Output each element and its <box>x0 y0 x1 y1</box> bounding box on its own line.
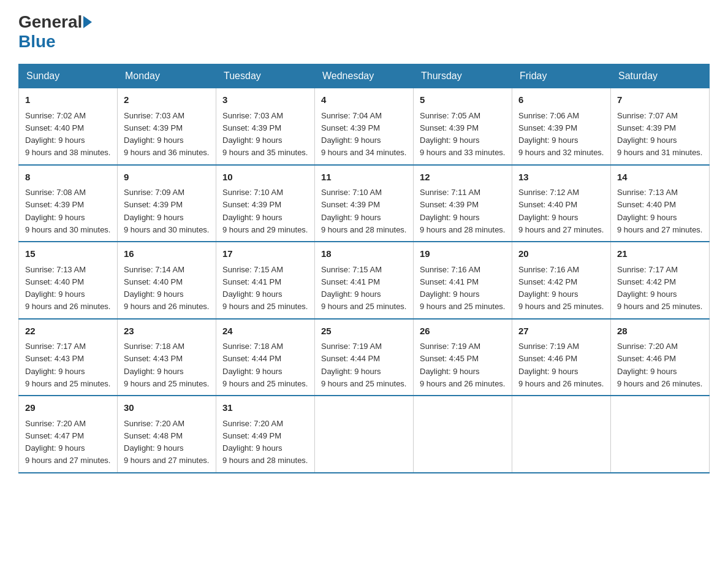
logo-arrow-icon <box>83 16 92 28</box>
day-info: Sunrise: 7:20 AMSunset: 4:47 PMDaylight:… <box>25 419 110 465</box>
calendar-cell: 21Sunrise: 7:17 AMSunset: 4:42 PMDayligh… <box>611 242 710 319</box>
day-info: Sunrise: 7:16 AMSunset: 4:42 PMDaylight:… <box>518 265 604 312</box>
calendar-cell: 9Sunrise: 7:09 AMSunset: 4:39 PMDaylight… <box>118 165 216 242</box>
weekday-header-row: SundayMondayTuesdayWednesdayThursdayFrid… <box>19 64 710 88</box>
day-number: 11 <box>321 170 407 185</box>
day-number: 16 <box>124 247 210 261</box>
calendar-cell: 14Sunrise: 7:13 AMSunset: 4:40 PMDayligh… <box>611 165 710 242</box>
calendar-cell: 12Sunrise: 7:11 AMSunset: 4:39 PMDayligh… <box>414 165 512 242</box>
day-number: 8 <box>25 170 111 185</box>
calendar-cell: 30Sunrise: 7:20 AMSunset: 4:48 PMDayligh… <box>118 396 216 473</box>
day-info: Sunrise: 7:17 AMSunset: 4:42 PMDaylight:… <box>617 265 702 312</box>
day-number: 3 <box>222 93 308 107</box>
day-number: 7 <box>617 93 703 107</box>
calendar-week-row: 15Sunrise: 7:13 AMSunset: 4:40 PMDayligh… <box>19 242 710 319</box>
day-info: Sunrise: 7:19 AMSunset: 4:46 PMDaylight:… <box>518 342 604 388</box>
day-number: 9 <box>124 170 210 185</box>
day-info: Sunrise: 7:19 AMSunset: 4:45 PMDaylight:… <box>420 342 505 388</box>
day-number: 19 <box>420 247 506 261</box>
day-info: Sunrise: 7:10 AMSunset: 4:39 PMDaylight:… <box>321 188 406 234</box>
calendar-cell: 7Sunrise: 7:07 AMSunset: 4:39 PMDaylight… <box>611 88 710 165</box>
calendar-cell: 28Sunrise: 7:20 AMSunset: 4:46 PMDayligh… <box>611 319 710 396</box>
day-info: Sunrise: 7:12 AMSunset: 4:40 PMDaylight:… <box>518 188 604 234</box>
day-info: Sunrise: 7:07 AMSunset: 4:39 PMDaylight:… <box>617 111 702 158</box>
day-info: Sunrise: 7:02 AMSunset: 4:40 PMDaylight:… <box>25 111 110 158</box>
page-header: General Blue <box>18 12 710 52</box>
day-info: Sunrise: 7:03 AMSunset: 4:39 PMDaylight:… <box>222 111 308 158</box>
calendar-table: SundayMondayTuesdayWednesdayThursdayFrid… <box>18 64 710 473</box>
day-number: 12 <box>420 170 506 185</box>
calendar-cell: 23Sunrise: 7:18 AMSunset: 4:43 PMDayligh… <box>118 319 216 396</box>
calendar-week-row: 29Sunrise: 7:20 AMSunset: 4:47 PMDayligh… <box>19 396 710 473</box>
day-info: Sunrise: 7:14 AMSunset: 4:40 PMDaylight:… <box>124 265 209 312</box>
day-info: Sunrise: 7:20 AMSunset: 4:49 PMDaylight:… <box>222 419 308 465</box>
day-info: Sunrise: 7:11 AMSunset: 4:39 PMDaylight:… <box>420 188 505 234</box>
day-number: 20 <box>518 247 604 261</box>
logo-general-text: General <box>18 12 82 32</box>
day-info: Sunrise: 7:05 AMSunset: 4:39 PMDaylight:… <box>420 111 505 158</box>
logo-blue-text: Blue <box>18 32 56 51</box>
day-number: 14 <box>617 170 703 185</box>
calendar-cell <box>315 396 414 473</box>
day-info: Sunrise: 7:20 AMSunset: 4:46 PMDaylight:… <box>617 342 702 388</box>
calendar-cell: 3Sunrise: 7:03 AMSunset: 4:39 PMDaylight… <box>216 88 315 165</box>
day-number: 21 <box>617 247 703 261</box>
calendar-cell: 8Sunrise: 7:08 AMSunset: 4:39 PMDaylight… <box>19 165 118 242</box>
day-number: 18 <box>321 247 407 261</box>
day-info: Sunrise: 7:15 AMSunset: 4:41 PMDaylight:… <box>222 265 308 312</box>
calendar-week-row: 22Sunrise: 7:17 AMSunset: 4:43 PMDayligh… <box>19 319 710 396</box>
day-info: Sunrise: 7:08 AMSunset: 4:39 PMDaylight:… <box>25 188 110 234</box>
day-info: Sunrise: 7:13 AMSunset: 4:40 PMDaylight:… <box>617 188 702 234</box>
weekday-header-sunday: Sunday <box>19 64 118 88</box>
day-number: 27 <box>518 324 604 339</box>
day-number: 13 <box>518 170 604 185</box>
day-info: Sunrise: 7:17 AMSunset: 4:43 PMDaylight:… <box>25 342 110 388</box>
day-number: 5 <box>420 93 506 107</box>
calendar-cell: 15Sunrise: 7:13 AMSunset: 4:40 PMDayligh… <box>19 242 118 319</box>
day-number: 15 <box>25 247 111 261</box>
calendar-cell: 31Sunrise: 7:20 AMSunset: 4:49 PMDayligh… <box>216 396 315 473</box>
calendar-cell: 26Sunrise: 7:19 AMSunset: 4:45 PMDayligh… <box>414 319 512 396</box>
calendar-cell: 24Sunrise: 7:18 AMSunset: 4:44 PMDayligh… <box>216 319 315 396</box>
day-number: 31 <box>222 401 308 415</box>
day-number: 24 <box>222 324 308 339</box>
calendar-cell: 4Sunrise: 7:04 AMSunset: 4:39 PMDaylight… <box>315 88 414 165</box>
calendar-week-row: 8Sunrise: 7:08 AMSunset: 4:39 PMDaylight… <box>19 165 710 242</box>
weekday-header-thursday: Thursday <box>414 64 512 88</box>
calendar-cell: 22Sunrise: 7:17 AMSunset: 4:43 PMDayligh… <box>19 319 118 396</box>
calendar-cell: 11Sunrise: 7:10 AMSunset: 4:39 PMDayligh… <box>315 165 414 242</box>
logo: General Blue <box>18 12 93 52</box>
calendar-cell: 6Sunrise: 7:06 AMSunset: 4:39 PMDaylight… <box>512 88 611 165</box>
day-info: Sunrise: 7:06 AMSunset: 4:39 PMDaylight:… <box>518 111 604 158</box>
calendar-cell: 19Sunrise: 7:16 AMSunset: 4:41 PMDayligh… <box>414 242 512 319</box>
day-number: 6 <box>518 93 604 107</box>
day-info: Sunrise: 7:16 AMSunset: 4:41 PMDaylight:… <box>420 265 505 312</box>
day-number: 2 <box>124 93 210 107</box>
calendar-cell <box>611 396 710 473</box>
weekday-header-wednesday: Wednesday <box>315 64 414 88</box>
calendar-cell: 16Sunrise: 7:14 AMSunset: 4:40 PMDayligh… <box>118 242 216 319</box>
day-number: 26 <box>420 324 506 339</box>
calendar-cell: 10Sunrise: 7:10 AMSunset: 4:39 PMDayligh… <box>216 165 315 242</box>
calendar-cell <box>414 396 512 473</box>
day-info: Sunrise: 7:18 AMSunset: 4:43 PMDaylight:… <box>124 342 209 388</box>
calendar-cell: 13Sunrise: 7:12 AMSunset: 4:40 PMDayligh… <box>512 165 611 242</box>
calendar-cell: 20Sunrise: 7:16 AMSunset: 4:42 PMDayligh… <box>512 242 611 319</box>
weekday-header-friday: Friday <box>512 64 611 88</box>
day-info: Sunrise: 7:13 AMSunset: 4:40 PMDaylight:… <box>25 265 110 312</box>
calendar-cell: 25Sunrise: 7:19 AMSunset: 4:44 PMDayligh… <box>315 319 414 396</box>
calendar-cell: 5Sunrise: 7:05 AMSunset: 4:39 PMDaylight… <box>414 88 512 165</box>
day-number: 4 <box>321 93 407 107</box>
day-info: Sunrise: 7:09 AMSunset: 4:39 PMDaylight:… <box>124 188 209 234</box>
day-info: Sunrise: 7:10 AMSunset: 4:39 PMDaylight:… <box>222 188 308 234</box>
calendar-cell: 1Sunrise: 7:02 AMSunset: 4:40 PMDaylight… <box>19 88 118 165</box>
calendar-week-row: 1Sunrise: 7:02 AMSunset: 4:40 PMDaylight… <box>19 88 710 165</box>
day-number: 28 <box>617 324 703 339</box>
day-number: 17 <box>222 247 308 261</box>
weekday-header-tuesday: Tuesday <box>216 64 315 88</box>
weekday-header-monday: Monday <box>118 64 216 88</box>
day-info: Sunrise: 7:19 AMSunset: 4:44 PMDaylight:… <box>321 342 406 388</box>
calendar-cell: 17Sunrise: 7:15 AMSunset: 4:41 PMDayligh… <box>216 242 315 319</box>
calendar-cell: 27Sunrise: 7:19 AMSunset: 4:46 PMDayligh… <box>512 319 611 396</box>
day-number: 10 <box>222 170 308 185</box>
